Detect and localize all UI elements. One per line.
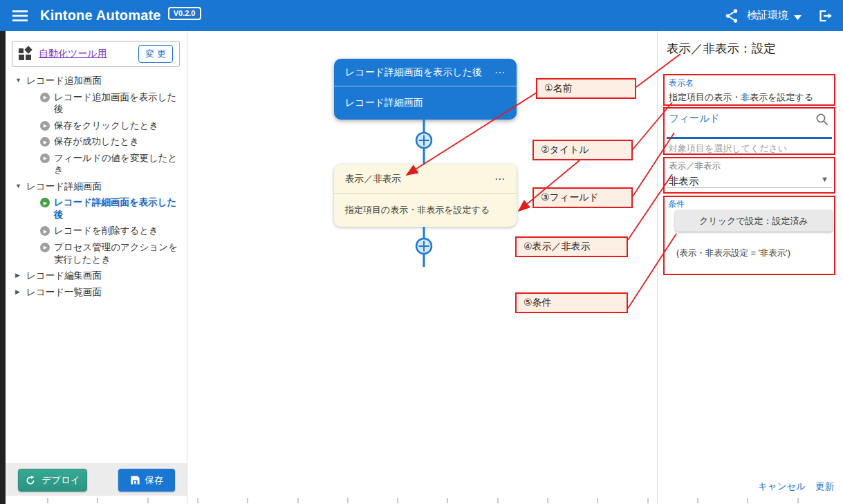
deploy-refresh-icon bbox=[25, 475, 36, 486]
trigger-title: レコード詳細画面を表示した後 bbox=[345, 66, 482, 79]
update-button[interactable]: 更新 bbox=[815, 480, 834, 493]
tree-item[interactable]: 保存が成功したとき bbox=[6, 133, 185, 150]
tree-caret-icon[interactable] bbox=[15, 270, 26, 280]
search-icon[interactable] bbox=[815, 113, 829, 129]
settings-panel: 表示／非表示：設定 表示名 指定項目の表示・非表示を設定する フィールド 対象項… bbox=[657, 31, 843, 504]
panel-title: 表示／非表示：設定 bbox=[667, 40, 776, 57]
event-tree: レコード追加画面 レコード追加画面を表示した後 保存をクリックしたとき 保存が成… bbox=[6, 73, 185, 300]
event-play-icon bbox=[40, 137, 50, 147]
more-dots-icon[interactable]: ⋯ bbox=[494, 66, 506, 79]
event-play-icon bbox=[40, 243, 50, 252]
field-group: フィールド 対象項目を選択してください bbox=[663, 107, 835, 155]
action-card-header: 表示／非表示 ⋯ bbox=[334, 165, 517, 194]
display-name-label: 表示名 bbox=[669, 77, 830, 89]
annotation-label: ⑤条件 bbox=[524, 297, 552, 309]
tree-item-label: レコードを削除するとき bbox=[54, 225, 158, 237]
action-subtitle: 指定項目の表示・非表示を設定する bbox=[345, 204, 490, 216]
action-title: 表示／非表示 bbox=[345, 173, 401, 185]
event-play-icon bbox=[40, 121, 50, 131]
select-caret-icon[interactable]: ▼ bbox=[821, 175, 828, 183]
tree-item[interactable]: 保存をクリックしたとき bbox=[6, 118, 185, 134]
kintone-automate-app: Kintone Automate V0.2.0 検証環境 自動化ツール用 bbox=[0, 0, 843, 504]
tree-item-label: 保存をクリックしたとき bbox=[54, 120, 158, 132]
trigger-card[interactable]: レコード詳細画面を表示した後 ⋯ レコード詳細画面 bbox=[334, 59, 517, 120]
save-button[interactable]: 保存 bbox=[118, 469, 175, 492]
visibility-label: 表示／非表示 bbox=[669, 160, 830, 172]
action-card[interactable]: 表示／非表示 ⋯ 指定項目の表示・非表示を設定する bbox=[334, 165, 517, 227]
more-dots-icon[interactable]: ⋯ bbox=[494, 173, 506, 185]
field-label: フィールド bbox=[669, 112, 720, 125]
event-play-icon bbox=[40, 198, 50, 207]
tree-item[interactable]: プロセス管理のアクションを実行したとき bbox=[6, 239, 185, 268]
cancel-button[interactable]: キャンセル bbox=[758, 480, 806, 493]
annotation-label: ①名前 bbox=[544, 82, 573, 95]
save-button-label: 保存 bbox=[145, 474, 164, 487]
deploy-button-label: デプロイ bbox=[41, 474, 80, 487]
annotation-label: ③フィールド bbox=[541, 192, 599, 204]
trigger-card-body: レコード詳細画面 bbox=[334, 86, 517, 119]
annotation-box: ④表示／非表示 bbox=[515, 236, 628, 257]
event-play-icon bbox=[40, 93, 50, 102]
deploy-button[interactable]: デプロイ bbox=[18, 469, 87, 492]
save-floppy-icon bbox=[130, 475, 140, 485]
annotation-box: ⑤条件 bbox=[515, 292, 628, 313]
top-app-bar: Kintone Automate V0.2.0 検証環境 bbox=[0, 0, 843, 31]
tree-item[interactable]: レコード詳細画面 bbox=[6, 178, 185, 195]
tree-item[interactable]: レコード一覧画面 bbox=[6, 284, 185, 301]
annotation-label: ④表示／非表示 bbox=[524, 241, 591, 253]
plus-circle-icon bbox=[416, 239, 432, 254]
tree-item-label: レコード追加画面 bbox=[26, 75, 102, 87]
tree-item-label: フィールドの値を変更したとき bbox=[54, 152, 183, 176]
logout-icon[interactable] bbox=[817, 8, 833, 24]
tree-item[interactable]: レコード追加画面を表示した後 bbox=[6, 89, 185, 118]
tree-caret-icon[interactable] bbox=[15, 75, 26, 85]
sidebar-footer: デプロイ 保存 bbox=[6, 463, 187, 496]
visibility-value[interactable]: 非表示 bbox=[669, 175, 830, 188]
condition-set-button[interactable]: クリックで設定：設定済み bbox=[675, 210, 833, 232]
tree-caret-icon[interactable] bbox=[15, 286, 26, 297]
tree-item[interactable]: レコード詳細画面を表示した後 bbox=[6, 194, 185, 223]
change-app-button[interactable]: 変 更 bbox=[138, 45, 173, 63]
event-play-icon bbox=[40, 153, 50, 163]
tree-item-label: レコード一覧画面 bbox=[26, 286, 102, 299]
tree-item-label: レコード編集画面 bbox=[26, 270, 102, 282]
collapsed-nav-rail bbox=[0, 31, 6, 504]
tree-item[interactable]: フィールドの値を変更したとき bbox=[6, 150, 185, 178]
tree-item-label: レコード詳細画面 bbox=[26, 180, 102, 193]
share-icon[interactable] bbox=[725, 8, 739, 24]
sidebar: 自動化ツール用 変 更 レコード追加画面 レコード追加画面を表示した後 保存をク… bbox=[6, 31, 187, 504]
trigger-card-header: レコード詳細画面を表示した後 ⋯ bbox=[334, 59, 517, 86]
tree-item[interactable]: レコード追加画面 bbox=[6, 73, 185, 89]
condition-label: 条件 bbox=[668, 198, 685, 210]
tree-item[interactable]: レコード編集画面 bbox=[6, 268, 185, 284]
display-name-value[interactable]: 指定項目の表示・非表示を設定する bbox=[669, 91, 830, 104]
annotation-label: ②タイトル bbox=[541, 144, 589, 156]
app-grid-icon bbox=[19, 47, 33, 61]
tree-caret-icon[interactable] bbox=[15, 180, 26, 191]
visibility-select-group[interactable]: 表示／非表示 非表示 ▼ bbox=[663, 157, 835, 194]
visibility-underline bbox=[667, 187, 832, 188]
field-input-underline[interactable] bbox=[667, 137, 832, 139]
trigger-subtitle: レコード詳細画面 bbox=[345, 97, 423, 109]
condition-group: 条件 クリックで設定：設定済み (表示・非表示設定 = '非表示') bbox=[663, 196, 835, 275]
app-selector: 自動化ツール用 変 更 bbox=[12, 41, 180, 67]
current-app-link[interactable]: 自動化ツール用 bbox=[39, 48, 107, 60]
condition-expression: (表示・非表示設定 = '非表示') bbox=[676, 248, 790, 259]
tree-item-label: 保存が成功したとき bbox=[54, 136, 139, 148]
event-play-icon bbox=[40, 226, 50, 236]
tree-item[interactable]: レコードを削除するとき bbox=[6, 223, 185, 239]
hamburger-menu-icon[interactable] bbox=[12, 10, 28, 21]
env-caret-icon[interactable] bbox=[794, 10, 802, 23]
tree-item-label: レコード追加画面を表示した後 bbox=[54, 91, 183, 115]
field-helper-text: 対象項目を選択してください bbox=[669, 142, 787, 155]
version-badge: V0.2.0 bbox=[168, 7, 201, 20]
display-name-group: 表示名 指定項目の表示・非表示を設定する bbox=[663, 74, 835, 106]
annotation-box: ①名前 bbox=[536, 78, 636, 99]
tree-item-label: プロセス管理のアクションを実行したとき bbox=[54, 241, 183, 265]
plus-circle-icon bbox=[416, 133, 432, 148]
app-title: Kintone Automate bbox=[40, 8, 161, 24]
tree-item-label: レコード詳細画面を表示した後 bbox=[54, 196, 183, 221]
annotation-box: ②タイトル bbox=[532, 140, 633, 160]
annotation-box: ③フィールド bbox=[532, 187, 633, 208]
environment-selector[interactable]: 検証環境 bbox=[747, 9, 788, 22]
